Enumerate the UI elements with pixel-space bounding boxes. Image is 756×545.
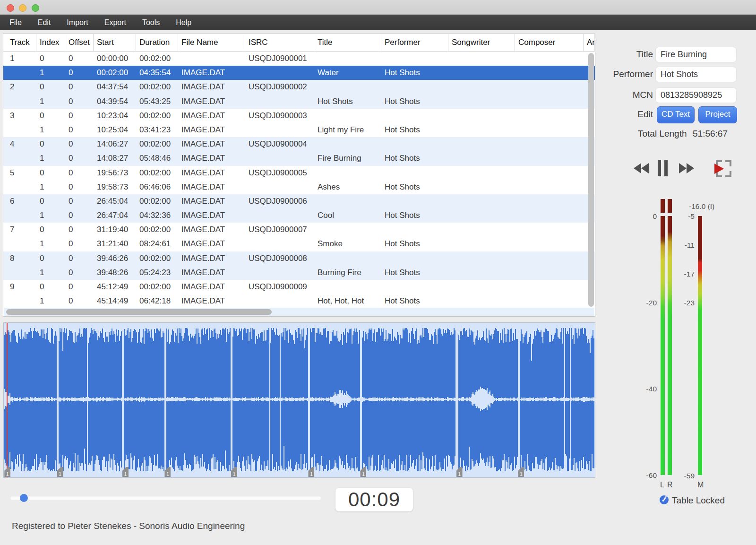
column-header-arr[interactable]: Arr: [584, 34, 595, 51]
table-row[interactable]: 1010:25:0403:41:23IMAGE.DATLight my Fire…: [3, 123, 595, 137]
table-row[interactable]: 90045:12:4900:02:00IMAGE.DATUSQDJ0900009: [3, 280, 595, 294]
zoom-button[interactable]: [32, 4, 39, 12]
cell-file: IMAGE.DAT: [178, 223, 245, 237]
cell-index: 1: [36, 123, 65, 137]
cell-duration: 05:48:46: [136, 151, 178, 165]
table-row[interactable]: 10000:00:0000:02:00USQDJ0900001: [3, 52, 595, 66]
cell-start: 31:19:40: [94, 223, 136, 237]
table-row[interactable]: 20004:37:5400:02:00IMAGE.DATUSQDJ0900002: [3, 80, 595, 94]
waveform-overview[interactable]: 111111111: [3, 322, 595, 478]
menu-item-export[interactable]: Export: [104, 18, 126, 27]
cell-index: 1: [36, 266, 65, 280]
cell-duration: 06:42:18: [136, 294, 178, 308]
cell-start: 19:56:73: [94, 166, 136, 180]
seek-slider-thumb[interactable]: [20, 494, 28, 502]
table-row[interactable]: 30010:23:0400:02:00IMAGE.DATUSQDJ0900003: [3, 109, 595, 123]
column-header-offset[interactable]: Offset: [65, 34, 94, 51]
total-length-label: Total Length: [638, 129, 687, 139]
horizontal-scrollbar[interactable]: [4, 308, 594, 316]
column-header-title[interactable]: Title: [314, 34, 381, 51]
minimize-button[interactable]: [19, 4, 26, 12]
cell-offset: 0: [65, 280, 94, 294]
close-button[interactable]: [7, 4, 14, 12]
table-row[interactable]: 1000:02:0004:35:54IMAGE.DATWaterHot Shot…: [3, 66, 595, 80]
cell-duration: 00:02:00: [136, 80, 178, 94]
column-header-file-name[interactable]: File Name: [178, 34, 245, 51]
table-row[interactable]: 1004:39:5405:43:25IMAGE.DATHot ShotsHot …: [3, 95, 595, 109]
table-row[interactable]: 1031:21:4008:24:61IMAGE.DATSmokeHot Shot…: [3, 237, 595, 251]
column-header-index[interactable]: Index: [36, 34, 65, 51]
play-selection-button[interactable]: [711, 159, 733, 181]
vertical-scrollbar-thumb[interactable]: [588, 53, 594, 307]
cell-songwriter: [448, 208, 515, 223]
cell-start: 00:02:00: [94, 66, 136, 80]
rewind-button[interactable]: [634, 163, 649, 175]
table-row[interactable]: 70031:19:4000:02:00IMAGE.DATUSQDJ0900007: [3, 223, 595, 237]
cell-composer: [515, 52, 584, 66]
cell-songwriter: [448, 237, 515, 251]
cell-performer: [381, 166, 448, 180]
pause-button[interactable]: [658, 160, 668, 178]
cell-duration: 06:46:06: [136, 180, 178, 194]
table-row[interactable]: 1026:47:0404:32:36IMAGE.DATCoolHot Shots: [3, 208, 595, 223]
column-header-composer[interactable]: Composer: [515, 34, 584, 51]
table-row[interactable]: 80039:46:2600:02:00IMAGE.DATUSQDJ0900008: [3, 251, 595, 266]
cell-performer: [381, 137, 448, 151]
left-level-meter: [661, 216, 665, 475]
menu-item-edit[interactable]: Edit: [38, 18, 51, 27]
cell-composer: [515, 208, 584, 223]
cell-title: [314, 80, 381, 94]
cell-songwriter: [448, 109, 515, 123]
cell-file: IMAGE.DAT: [178, 95, 245, 109]
cell-start: 19:58:73: [94, 180, 136, 194]
column-header-duration[interactable]: Duration: [136, 34, 178, 51]
project-button[interactable]: Project: [698, 106, 737, 123]
column-header-performer[interactable]: Performer: [381, 34, 448, 51]
cell-composer: [515, 266, 584, 280]
menu-item-import[interactable]: Import: [67, 18, 88, 27]
mcn-field-label: MCN: [596, 90, 653, 100]
table-locked-checkbox[interactable]: ✓: [660, 495, 669, 504]
cell-performer: Hot Shots: [381, 66, 448, 80]
cell-composer: [515, 80, 584, 94]
cell-index: 1: [36, 294, 65, 308]
fast-forward-button[interactable]: [679, 163, 694, 175]
cell-performer: [381, 109, 448, 123]
menu-item-file[interactable]: File: [9, 18, 22, 27]
cd-text-button[interactable]: CD Text: [657, 106, 695, 123]
cell-title: [314, 194, 381, 208]
cell-songwriter: [448, 151, 515, 165]
title-input[interactable]: [656, 47, 736, 62]
table-row[interactable]: 1014:08:2705:48:46IMAGE.DATFire BurningH…: [3, 151, 595, 165]
table-row[interactable]: 1019:58:7306:46:06IMAGE.DATAshesHot Shot…: [3, 180, 595, 194]
cell-duration: 05:24:23: [136, 266, 178, 280]
table-row[interactable]: 40014:06:2700:02:00IMAGE.DATUSQDJ0900004: [3, 137, 595, 151]
menu-item-help[interactable]: Help: [176, 18, 191, 27]
column-header-songwriter[interactable]: Songwriter: [448, 34, 515, 51]
cell-title: Fire Burning: [314, 151, 381, 165]
seek-slider[interactable]: [10, 496, 321, 500]
cell-title: [314, 137, 381, 151]
horizontal-scrollbar-thumb[interactable]: [6, 309, 272, 315]
cell-file: IMAGE.DAT: [178, 80, 245, 94]
cell-offset: 0: [65, 294, 94, 308]
column-header-track[interactable]: Track: [3, 34, 36, 51]
performer-input[interactable]: [656, 67, 736, 82]
cell-file: IMAGE.DAT: [178, 137, 245, 151]
cell-duration: 08:24:61: [136, 237, 178, 251]
playhead-cursor[interactable]: [7, 323, 8, 477]
cell-songwriter: [448, 294, 515, 308]
menu-item-tools[interactable]: Tools: [142, 18, 160, 27]
column-header-start[interactable]: Start: [94, 34, 136, 51]
cell-title: Burning Fire: [314, 266, 381, 280]
cell-offset: 0: [65, 180, 94, 194]
cell-composer: [515, 66, 584, 80]
table-row[interactable]: 1045:14:4906:42:18IMAGE.DATHot, Hot, Hot…: [3, 294, 595, 308]
table-row[interactable]: 60026:45:0400:02:00IMAGE.DATUSQDJ0900006: [3, 194, 595, 208]
table-row[interactable]: 1039:48:2605:24:23IMAGE.DATBurning FireH…: [3, 266, 595, 280]
table-row[interactable]: 50019:56:7300:02:00IMAGE.DATUSQDJ0900005: [3, 166, 595, 180]
mcn-input[interactable]: [656, 88, 736, 103]
cell-isrc: USQDJ0900005: [245, 166, 314, 180]
cell-index: 1: [36, 66, 65, 80]
column-header-isrc[interactable]: ISRC: [245, 34, 314, 51]
